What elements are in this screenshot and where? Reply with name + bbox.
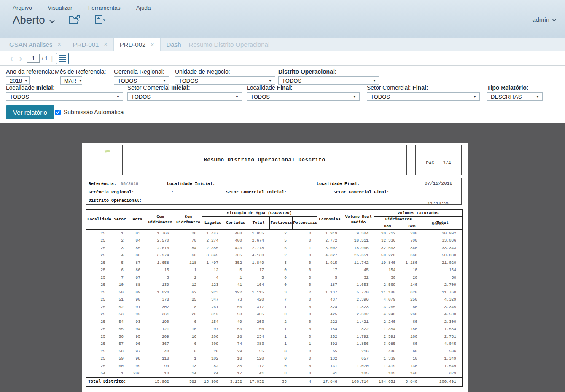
localidade-final-select[interactable]: TODOS▼ [247,92,360,101]
table-cell: 1.137 [317,289,343,296]
table-cell: 24 [202,370,224,377]
filter-label: Setor Comercial Inicial: [127,84,242,91]
table-cell: 25 [86,340,111,348]
table-cell: 1.421 [343,318,374,326]
tab-label: PRD-002 [120,41,146,48]
table-cell: 32.503 [374,244,401,252]
setor-comercial-inicial-select[interactable]: TODOS▼ [127,92,242,101]
close-icon[interactable]: × [151,41,154,48]
table-cell: 28 [175,230,202,237]
table-cell: 2 [269,318,292,326]
table-cell: 1 [224,274,248,282]
filter-localidade-inicial: Localidade Inicial: TODOS▼ [6,84,123,101]
filter-label: Mês de Referencia: [55,68,106,75]
table-row: 252842.570702.2744002.674502.77218.51132… [86,237,462,244]
filter-ano-referencia: Ano da referencia: 2018▼ [6,68,54,85]
table-cell: 51 [111,296,129,303]
table-cell: 0 [292,266,317,274]
table-cell: 1 [111,230,129,237]
table-cell: 5 [224,266,248,274]
table-cell: 923 [202,289,224,296]
tab-prd-002[interactable]: PRD-002 × [113,38,161,51]
table-cell: 150 [248,325,269,333]
table-cell: 383 [248,340,269,348]
table-cell: 17 [248,266,269,274]
mes-referencia-select[interactable]: MAR▼ [60,76,82,85]
localidade-inicial-select[interactable]: TODOS▼ [6,92,123,101]
total-cell: 582 [175,377,202,386]
table-cell: 2.569 [374,281,401,289]
gerencia-regional-select[interactable]: TODOS▼ [114,76,170,85]
table-cell: 367 [146,340,175,348]
menu-arquivo[interactable]: Arquivo [13,5,32,11]
tipo-relatorio-select[interactable]: DESCRITAS▼ [487,92,543,101]
table-cell: 87 [129,259,146,267]
table-cell: 1 [269,340,292,348]
open-dropdown-button[interactable]: Aberto [13,13,55,27]
table-cell: 216 [343,348,374,355]
caret-down-icon: ▼ [373,79,376,83]
new-document-icon[interactable] [94,14,106,27]
tab-gsan-analises[interactable]: GSAN Analises × [3,38,67,51]
report-list-button[interactable] [56,53,69,64]
table-cell: 33.343 [423,244,462,252]
tab-dash[interactable]: Dash [161,38,187,51]
table-cell: 8 [175,303,202,311]
table-cell: 3.974 [146,252,175,259]
report-viewer: Resumo Distrito Operacional Descrito PAG… [0,123,565,392]
unidade-negocio-select[interactable]: TODOS▼ [175,76,275,85]
menu-visualizar[interactable]: Visualizar [48,5,72,11]
ano-referencia-select[interactable]: 2018▼ [6,76,30,85]
table-cell: 86 [129,252,146,259]
setor-comercial-final-select[interactable]: TODOS▼ [367,92,480,101]
table-cell: 1 [269,333,292,341]
table-cell: 785 [224,252,248,259]
auto-submit-checkbox[interactable] [55,110,61,115]
col-setor: Setor [111,210,129,230]
report-table-body: 251831.766281.4474081.855201.9199.58420.… [86,230,462,377]
caret-down-icon: ▼ [473,95,476,99]
close-icon[interactable]: × [58,41,61,48]
table-cell: 840 [401,244,423,252]
menu-row: Arquivo Visualizar Ferramentas Ajuda [0,0,565,11]
auto-submit-field: Submissão Automática [55,109,124,115]
table-cell: 2.751 [423,333,462,341]
report-table: Localidade Setor Rota Com Hidrômetro Sem… [86,209,463,387]
distrito-operacional-select[interactable]: TODOS▼ [278,76,379,85]
filter-label: Localidade Final: [247,84,360,91]
table-cell: 620 [401,289,423,296]
table-cell: 1.024 [146,289,175,296]
user-menu[interactable]: admin [532,16,557,23]
table-cell: 102 [202,355,224,362]
ver-relatorio-button[interactable]: Ver relatório [6,105,54,119]
table-cell: 25 [86,348,111,355]
menu-ajuda[interactable]: Ajuda [136,5,151,11]
total-cell: 5.840 [401,377,423,386]
filter-localidade-final: Localidade Final: TODOS▼ [247,84,360,101]
next-page-button[interactable]: › [16,54,25,62]
table-cell: 2.355 [202,244,224,252]
table-cell: 14 [175,370,202,377]
table-cell: 1.534 [423,325,462,333]
table-cell: 93 [129,318,146,326]
tab-prd-001[interactable]: PRD-001 × [67,38,113,51]
table-row: 2556952091620628234102521.7922.5911602.7… [86,333,462,341]
table-cell: 4.327 [317,252,343,259]
report-table-header: Localidade Setor Rota Com Hidrômetro Sem… [86,210,462,230]
table-cell: 10 [401,266,423,274]
table-cell: 3.265 [374,303,401,311]
close-icon[interactable]: × [104,41,107,48]
page-number-input[interactable] [27,54,40,63]
table-cell: 2.778 [248,244,269,252]
table-cell: 1.766 [146,230,175,237]
table-cell: 0 [269,281,292,289]
table-cell: 2.570 [146,237,175,244]
table-cell: 0 [269,355,292,362]
table-cell: 5.770 [343,289,374,296]
prev-page-button[interactable]: ‹ [7,54,16,62]
table-cell: 130 [401,362,423,370]
tab-label: Dash [167,41,181,48]
open-folder-icon[interactable] [68,14,81,27]
reference-colon: : [171,190,174,195]
menu-ferramentas[interactable]: Ferramentas [88,5,121,11]
